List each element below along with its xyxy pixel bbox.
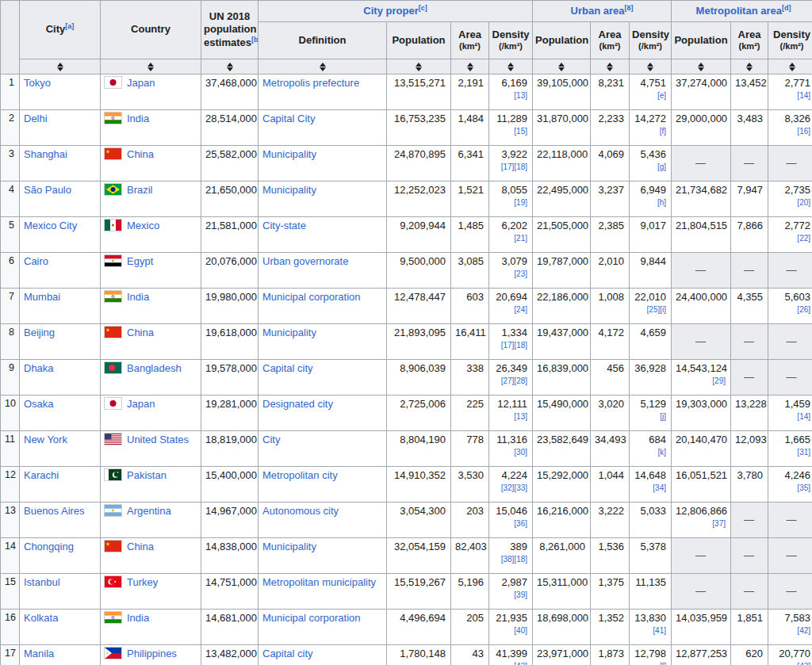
- footnote-ref-link[interactable]: [30]: [514, 448, 527, 457]
- definition-link[interactable]: Capital city: [262, 648, 313, 659]
- city-link[interactable]: Mexico City: [24, 220, 77, 231]
- urban-area-link[interactable]: Urban area: [571, 5, 625, 17]
- footnote-ref-link[interactable]: [23]: [514, 269, 527, 278]
- country-link[interactable]: China: [127, 541, 154, 552]
- country-link[interactable]: Pakistan: [127, 469, 167, 481]
- sort-button[interactable]: [201, 59, 259, 75]
- city-proper-link[interactable]: City proper: [363, 5, 418, 17]
- footnote-ref-link[interactable]: [43]: [514, 662, 527, 665]
- footnote-ref-link[interactable]: [34]: [653, 483, 666, 492]
- definition-link[interactable]: Municipal corporation: [262, 291, 361, 303]
- footnote-ref-link[interactable]: [14]: [797, 91, 810, 100]
- definition-link[interactable]: Municipal corporation: [262, 612, 361, 624]
- footnote-ref-link[interactable]: [40]: [514, 626, 527, 635]
- footnote-d-link[interactable]: [d]: [782, 4, 791, 12]
- footnote-ref-link[interactable]: [17][18]: [501, 341, 527, 350]
- footnote-b-link[interactable]: [b]: [251, 35, 259, 43]
- footnote-ref-link[interactable]: [g]: [657, 162, 666, 171]
- sort-button[interactable]: [672, 59, 731, 75]
- footnote-ref-link[interactable]: [26]: [797, 305, 810, 314]
- footnote-ref-link[interactable]: [27][28]: [501, 376, 527, 385]
- country-link[interactable]: Egypt: [127, 255, 153, 267]
- footnote-ref-link[interactable]: [15]: [514, 127, 527, 136]
- definition-link[interactable]: Municipality: [262, 541, 316, 552]
- footnote-ref-link[interactable]: [19]: [514, 198, 527, 207]
- definition-link[interactable]: Municipality: [262, 148, 316, 160]
- city-link[interactable]: Mumbai: [24, 291, 60, 303]
- country-link[interactable]: Japan: [127, 398, 155, 410]
- country-link[interactable]: India: [127, 291, 149, 303]
- country-link[interactable]: India: [127, 113, 149, 124]
- definition-link[interactable]: Capital City: [262, 113, 315, 124]
- footnote-ref-link[interactable]: [l]: [660, 662, 666, 665]
- sort-button[interactable]: [20, 59, 101, 75]
- footnote-ref-link[interactable]: [41]: [653, 626, 666, 635]
- city-link[interactable]: Kolkata: [24, 612, 58, 624]
- footnote-ref-link[interactable]: [32][33]: [501, 483, 527, 492]
- citation-8-link[interactable]: [8]: [624, 4, 633, 12]
- definition-link[interactable]: Designated city: [262, 398, 333, 410]
- sort-button[interactable]: [591, 59, 630, 75]
- city-link[interactable]: Beijing: [24, 327, 55, 338]
- country-link[interactable]: India: [127, 612, 149, 624]
- sort-button[interactable]: [259, 59, 387, 75]
- country-link[interactable]: Brazil: [127, 184, 153, 196]
- city-link[interactable]: Osaka: [24, 398, 54, 410]
- footnote-ref-link[interactable]: [j]: [660, 412, 666, 421]
- footnote-ref-link[interactable]: [k]: [657, 448, 666, 457]
- definition-link[interactable]: City: [262, 434, 280, 445]
- footnote-ref-link[interactable]: [31]: [797, 448, 810, 457]
- definition-link[interactable]: Urban governorate: [262, 255, 348, 267]
- sort-button[interactable]: [731, 59, 768, 75]
- footnote-a-link[interactable]: [a]: [65, 22, 74, 30]
- city-link[interactable]: Istanbul: [24, 576, 60, 588]
- city-link[interactable]: Delhi: [24, 113, 48, 124]
- footnote-ref-link[interactable]: [21]: [514, 234, 527, 243]
- footnote-ref-link[interactable]: [24]: [514, 305, 527, 314]
- footnote-ref-link[interactable]: [35]: [797, 483, 810, 492]
- country-link[interactable]: China: [127, 148, 154, 160]
- footnote-ref-link[interactable]: [16]: [797, 127, 810, 136]
- city-link[interactable]: New York: [24, 434, 67, 445]
- definition-link[interactable]: Metropolitan municipality: [262, 576, 376, 588]
- footnote-ref-link[interactable]: [h]: [657, 198, 666, 207]
- country-link[interactable]: United States: [127, 434, 189, 445]
- footnote-ref-link[interactable]: [13]: [514, 91, 527, 100]
- city-link[interactable]: São Paulo: [24, 184, 71, 196]
- city-link[interactable]: Buenos Aires: [24, 505, 85, 517]
- country-link[interactable]: China: [127, 327, 154, 338]
- sort-button[interactable]: [451, 59, 489, 75]
- footnote-ref-link[interactable]: [f]: [660, 127, 666, 136]
- definition-link[interactable]: Metropolitan city: [262, 469, 338, 481]
- country-link[interactable]: Philippines: [127, 648, 177, 659]
- definition-link[interactable]: City-state: [262, 220, 306, 231]
- footnote-ref-link[interactable]: [25][i]: [647, 305, 666, 314]
- footnote-ref-link[interactable]: [20]: [797, 198, 810, 207]
- definition-link[interactable]: Municipality: [262, 327, 316, 338]
- city-link[interactable]: Cairo: [24, 255, 48, 267]
- sort-button[interactable]: [489, 59, 533, 75]
- footnote-ref-link[interactable]: [37]: [712, 519, 726, 528]
- city-link[interactable]: Chongqing: [24, 541, 74, 552]
- city-link[interactable]: Tokyo: [24, 77, 51, 89]
- footnote-ref-link[interactable]: [38][18]: [501, 555, 527, 564]
- sort-button[interactable]: [101, 59, 201, 75]
- footnote-ref-link[interactable]: [17][18]: [501, 162, 527, 171]
- definition-link[interactable]: Municipality: [262, 184, 316, 196]
- city-link[interactable]: Karachi: [24, 469, 59, 481]
- country-link[interactable]: Bangladesh: [127, 362, 182, 374]
- country-link[interactable]: Argentina: [127, 505, 171, 517]
- sort-button[interactable]: [768, 59, 812, 75]
- city-link[interactable]: Dhaka: [24, 362, 54, 374]
- footnote-ref-link[interactable]: [43]: [797, 662, 810, 665]
- city-link[interactable]: Shanghai: [24, 148, 67, 160]
- sort-button[interactable]: [630, 59, 672, 75]
- definition-link[interactable]: Autonomous city: [262, 505, 339, 517]
- city-link[interactable]: Manila: [24, 648, 54, 659]
- definition-link[interactable]: Capital city: [262, 362, 313, 374]
- footnote-ref-link[interactable]: [14]: [797, 412, 810, 421]
- footnote-ref-link[interactable]: [29]: [712, 376, 726, 385]
- footnote-ref-link[interactable]: [e]: [657, 91, 666, 100]
- footnote-ref-link[interactable]: [13]: [514, 412, 527, 421]
- sort-button[interactable]: [533, 59, 591, 75]
